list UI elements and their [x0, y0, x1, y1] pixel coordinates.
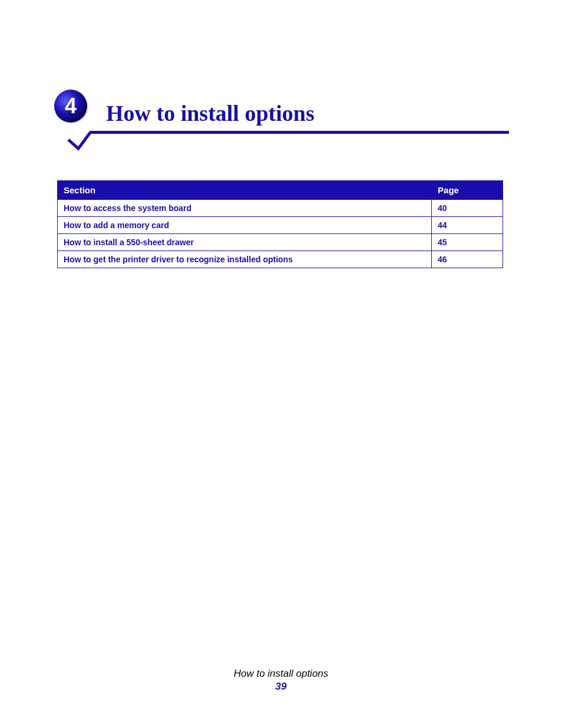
footer-page-number: 39	[0, 681, 562, 693]
toc-section-link[interactable]: How to add a memory card	[64, 220, 169, 230]
toc-page-link[interactable]: 46	[438, 255, 447, 264]
header-section: Section	[58, 181, 432, 200]
svg-text:4: 4	[65, 94, 77, 118]
footer-title: How to install options	[0, 668, 562, 680]
toc-section-link[interactable]: How to get the printer driver to recogni…	[64, 255, 293, 264]
table-row: How to get the printer driver to recogni…	[58, 251, 503, 268]
title-underline	[90, 131, 509, 134]
toc-page-link[interactable]: 45	[438, 238, 447, 247]
toc-section-link[interactable]: How to access the system board	[64, 203, 191, 213]
chapter-title: How to install options	[106, 100, 315, 126]
table-row: How to access the system board 40	[58, 200, 503, 217]
toc-page-link[interactable]: 40	[438, 203, 447, 213]
chapter-number-badge: 4	[50, 85, 91, 127]
table-header-row: Section Page	[58, 181, 503, 200]
header-page: Page	[432, 181, 503, 200]
toc-page-link[interactable]: 44	[438, 220, 447, 230]
toc-table: Section Page How to access the system bo…	[57, 180, 503, 268]
page-footer: How to install options 39	[0, 668, 562, 693]
title-diagonal-connector	[64, 131, 93, 154]
table-row: How to add a memory card 44	[58, 217, 503, 234]
table-row: How to install a 550-sheet drawer 45	[58, 234, 503, 251]
toc-section-link[interactable]: How to install a 550-sheet drawer	[64, 238, 194, 247]
